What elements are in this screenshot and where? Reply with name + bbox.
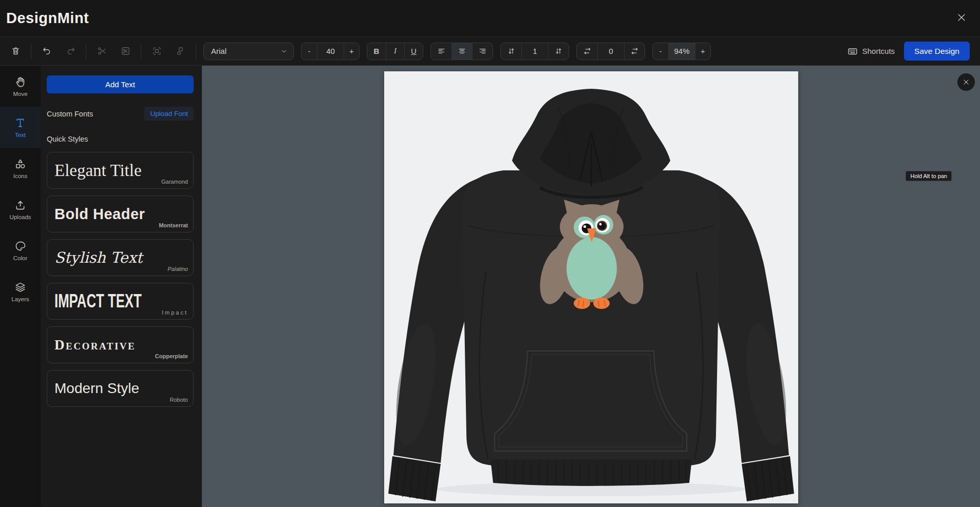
text-icon xyxy=(14,117,26,129)
chevron-down-icon xyxy=(280,47,288,55)
arrows-up-down-icon xyxy=(507,47,516,55)
style-sample: Elegant Title xyxy=(54,161,142,180)
app-title: DesignMint xyxy=(6,10,89,27)
text-align-group xyxy=(430,43,493,60)
app-close-button[interactable] xyxy=(956,12,969,25)
style-sample: IMPACT TEXT xyxy=(54,290,142,313)
tool-label: Uploads xyxy=(9,214,31,220)
crop-cut-button[interactable] xyxy=(117,43,134,60)
font-family-select[interactable]: Arial xyxy=(203,43,294,60)
font-size-value[interactable]: 40 xyxy=(317,43,344,60)
italic-button[interactable]: I xyxy=(386,43,404,60)
align-center-button[interactable] xyxy=(451,43,472,60)
toolbar-separator xyxy=(86,44,86,59)
align-left-icon xyxy=(437,47,446,55)
style-card-montserrat[interactable]: Bold Header Montserrat xyxy=(47,196,194,232)
zoom-stepper: - 94% + xyxy=(652,43,711,60)
arrows-left-right-icon xyxy=(630,47,639,55)
text-panel: Add Text Custom Fonts Upload Font Quick … xyxy=(41,66,202,507)
keyboard-icon xyxy=(847,46,858,56)
redo-button[interactable] xyxy=(62,43,79,60)
style-sample: Decorative xyxy=(54,337,136,353)
shortcuts-button[interactable]: Shortcuts xyxy=(847,46,895,56)
style-font-name: Roboto xyxy=(170,397,188,403)
quick-styles-list: Elegant Title Garamond Bold Header Monts… xyxy=(47,152,194,407)
font-size-increase-button[interactable]: + xyxy=(344,43,359,60)
toolbar-separator xyxy=(196,44,196,59)
canvas-close-button[interactable] xyxy=(957,73,975,91)
align-center-icon xyxy=(458,47,466,55)
line-height-stepper: 1 xyxy=(500,43,569,60)
custom-fonts-row: Custom Fonts Upload Font xyxy=(47,107,194,121)
workspace[interactable]: Hold Alt to pan xyxy=(202,66,980,507)
toolbar: Arial - 40 + B I U 1 0 xyxy=(0,37,980,66)
pan-hint-tooltip: Hold Alt to pan xyxy=(906,171,952,181)
tool-label: Text xyxy=(15,132,26,138)
align-left-button[interactable] xyxy=(431,43,451,60)
tool-text[interactable]: Text xyxy=(0,107,41,148)
shortcuts-label: Shortcuts xyxy=(862,47,895,55)
style-card-garamond[interactable]: Elegant Title Garamond xyxy=(47,152,194,189)
add-text-button[interactable]: Add Text xyxy=(47,75,194,93)
underline-button[interactable]: U xyxy=(404,43,423,60)
zoom-in-button[interactable]: + xyxy=(695,43,710,60)
tool-color[interactable]: Color xyxy=(0,230,41,271)
scissors-icon xyxy=(97,46,107,56)
style-font-name: Impact xyxy=(162,309,188,316)
upload-icon xyxy=(14,199,26,211)
style-card-palatino[interactable]: Stylish Text Palatino xyxy=(47,239,194,276)
bold-button[interactable]: B xyxy=(367,43,386,60)
save-design-button[interactable]: Save Design xyxy=(904,42,970,61)
font-family-value: Arial xyxy=(211,47,227,55)
tool-label: Move xyxy=(13,91,27,97)
hand-icon xyxy=(14,76,26,88)
style-font-name: Garamond xyxy=(161,179,188,185)
align-right-button[interactable] xyxy=(472,43,493,60)
style-font-name: Montserrat xyxy=(159,222,188,228)
line-height-increase-button[interactable] xyxy=(548,43,569,60)
group-icon xyxy=(152,46,162,56)
undo-icon xyxy=(42,46,52,56)
letter-spacing-value[interactable]: 0 xyxy=(597,43,624,60)
style-card-copperplate[interactable]: Decorative Copperplate xyxy=(47,326,194,363)
arrows-left-right-icon xyxy=(583,47,592,55)
tool-label: Color xyxy=(13,255,27,261)
tool-icons[interactable]: Icons xyxy=(0,148,41,189)
zoom-value[interactable]: 94% xyxy=(668,43,695,60)
main-area: Move Text Icons Uploads Color Layers Add… xyxy=(0,66,980,507)
quick-styles-label: Quick Styles xyxy=(47,135,194,143)
shapes-icon xyxy=(14,158,26,170)
letter-spacing-increase-button[interactable] xyxy=(624,43,645,60)
hoodie-mockup xyxy=(384,71,798,503)
trash-icon xyxy=(11,46,21,56)
delete-button[interactable] xyxy=(7,43,24,60)
upload-font-button[interactable]: Upload Font xyxy=(144,107,194,121)
style-card-roboto[interactable]: Modern Style Roboto xyxy=(47,370,194,407)
line-height-decrease-button[interactable] xyxy=(501,43,521,60)
font-size-decrease-button[interactable]: - xyxy=(301,43,317,60)
style-card-impact[interactable]: IMPACT TEXT Impact xyxy=(47,283,194,320)
palette-icon xyxy=(14,240,26,252)
style-sample: Modern Style xyxy=(54,380,139,397)
design-canvas[interactable] xyxy=(384,71,798,503)
undo-button[interactable] xyxy=(39,43,55,60)
zoom-out-button[interactable]: - xyxy=(653,43,668,60)
ungroup-button[interactable] xyxy=(172,43,189,60)
ungroup-icon xyxy=(176,46,185,56)
close-icon xyxy=(956,12,967,23)
tool-uploads[interactable]: Uploads xyxy=(0,189,41,230)
group-button[interactable] xyxy=(148,43,165,60)
line-height-value[interactable]: 1 xyxy=(521,43,548,60)
style-font-name: Copperplate xyxy=(155,353,188,359)
layers-icon xyxy=(14,281,26,293)
tool-layers[interactable]: Layers xyxy=(0,271,41,312)
tool-move[interactable]: Move xyxy=(0,66,41,107)
letter-spacing-stepper: 0 xyxy=(576,43,645,60)
style-sample: Stylish Text xyxy=(54,249,143,266)
redo-icon xyxy=(66,46,76,56)
tool-label: Layers xyxy=(11,296,29,302)
align-right-icon xyxy=(478,47,487,55)
cut-button[interactable] xyxy=(93,43,110,60)
crop-scissors-icon xyxy=(121,46,130,56)
letter-spacing-decrease-button[interactable] xyxy=(577,43,597,60)
